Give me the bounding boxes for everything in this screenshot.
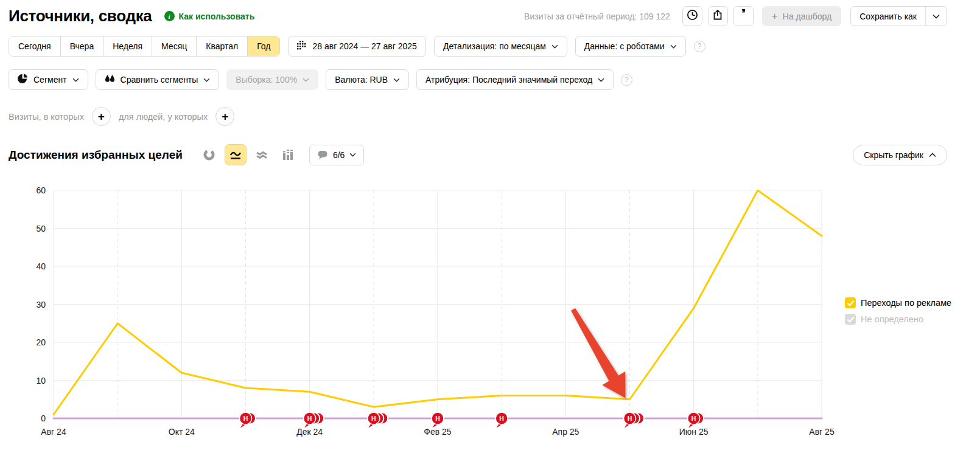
sampling-dropdown[interactable]: Выборка: 100% [226,69,318,90]
schedule-report-button[interactable] [682,6,702,26]
how-to-use-label: Как использовать [179,12,255,21]
checkbox-checked-icon[interactable] [845,297,856,308]
comment-marker-letter: Н [371,415,376,422]
detail-label: Детализация: по месяцам [443,41,546,51]
tab-year[interactable]: Год [248,36,279,56]
currency-dropdown[interactable]: Валюта: RUB [326,69,409,90]
plus-icon: + [222,110,228,123]
help-icon[interactable]: ? [621,74,632,86]
hide-chart-label: Скрыть график [864,150,923,160]
comment-marker[interactable]: Н [368,412,388,428]
chart-type-donut-button[interactable] [198,144,220,165]
comment-marker[interactable]: Н [688,412,704,428]
stacked-area-icon [256,150,268,160]
save-as-label: Сохранить как [851,7,925,26]
data-mode-label: Данные: с роботами [584,41,665,51]
pie-segment-icon [18,74,28,86]
donut-chart-icon [203,149,215,161]
x-axis-tick-label: Фев 25 [424,427,452,437]
date-range-button[interactable]: 28 авг 2024 — 27 авг 2025 [288,36,425,57]
chevron-down-icon [670,44,677,49]
chart-section-header: Достижения избранных целей 6/6 Скрыть гр… [9,144,947,165]
comment-marker-letter: Н [499,415,504,422]
info-icon: i [164,11,175,21]
chart-type-area-button[interactable] [251,144,273,165]
x-axis-tick-label: Апр 25 [552,427,579,437]
export-button[interactable] [708,6,728,26]
tab-month[interactable]: Месяц [152,36,197,56]
tab-yesterday[interactable]: Вчера [61,36,104,56]
page-title: Источники, сводка [9,7,152,26]
x-axis-tick-label: Авг 25 [809,427,835,437]
chevron-up-icon [929,153,936,157]
comment-marker-letter: Н [628,415,632,422]
dashboard-label: На дашборд [783,12,831,21]
hide-chart-button[interactable]: Скрыть график [853,145,947,165]
people-condition-label: для людей, у которых [119,112,208,122]
legend-label: Переходы по рекламе [861,298,951,308]
comment-marker[interactable]: Н [240,412,256,428]
add-to-dashboard-button[interactable]: + На дашборд [762,6,841,26]
chevron-down-icon [933,14,940,19]
compare-segments-dropdown[interactable]: Сравнить сегменты [96,69,220,90]
plus-icon: + [772,10,778,22]
x-axis-tick-label: Дек 24 [296,427,323,437]
speech-bubble-icon [317,150,328,160]
sampling-label: Выборка: 100% [236,75,297,85]
checkbox-checked-icon[interactable] [845,314,856,325]
x-axis-tick-label: Авг 24 [41,427,66,437]
data-mode-dropdown[interactable]: Данные: с роботами [575,36,686,57]
how-to-use-link[interactable]: i Как использовать [164,11,255,21]
chevron-down-icon [203,78,210,82]
calendar-icon [297,41,307,52]
chart-title: Достижения избранных целей [9,148,183,162]
plus-icon: + [98,110,105,123]
compare-segments-label: Сравнить сегменты [121,75,198,85]
visits-value: 109 122 [639,12,670,21]
goals-count: 6/6 [333,150,345,160]
comment-marker-letter: Н [691,415,696,422]
legend-item-ads[interactable]: Переходы по рекламе [845,297,951,308]
legend-item-undefined[interactable]: Не определено [845,314,951,325]
chart-type-columns-button[interactable] [277,144,299,165]
chevron-down-icon [72,78,79,82]
comment-marker-letter: Н [307,415,312,422]
column-chart-icon [282,150,293,160]
attribution-dropdown[interactable]: Атрибуция: Последний значимый переход [416,69,614,90]
comment-marker-letter: Н [243,415,248,422]
chevron-down-icon [349,153,356,157]
help-icon[interactable]: ? [694,41,705,52]
export-icon [712,9,723,23]
add-visit-condition-button[interactable]: + [92,107,111,126]
date-range-label: 28 авг 2024 — 27 авг 2025 [312,41,416,51]
y-axis-tick-label: 50 [36,224,46,234]
chart-type-line-button[interactable] [225,144,247,165]
y-axis-tick-label: 0 [41,413,46,423]
period-filter-row: Сегодня Вчера Неделя Месяц Квартал Год 2… [9,36,705,57]
segment-dropdown[interactable]: Сегмент [9,69,88,90]
detail-dropdown[interactable]: Детализация: по месяцам [434,36,567,57]
save-as-dropdown[interactable] [926,7,947,26]
save-as-button[interactable]: Сохранить как [850,6,947,26]
comment-marker[interactable]: Н [432,412,444,428]
tab-week[interactable]: Неделя [103,36,152,56]
tab-quarter[interactable]: Квартал [197,36,248,56]
chart-legend: Переходы по рекламе Не определено [845,297,951,325]
comment-marker[interactable]: Н [495,412,508,428]
tab-today[interactable]: Сегодня [9,36,61,56]
x-axis-tick-label: Июн 25 [679,427,709,437]
goals-selector-dropdown[interactable]: 6/6 [309,145,364,165]
comment-marker[interactable]: Н [624,412,645,428]
clock-icon [687,9,698,23]
annotation-arrow [571,308,625,398]
comment-marker[interactable]: Н [304,412,324,428]
header: Источники, сводка i Как использовать Виз… [9,5,947,27]
query-builder-row: Визиты, в которых + для людей, у которых… [9,107,234,126]
add-people-condition-button[interactable]: + [215,107,234,126]
comments-button[interactable]: ’’ [733,6,754,26]
chevron-down-icon [551,44,558,49]
x-axis-tick-label: Окт 24 [169,427,195,437]
y-axis-tick-label: 30 [36,300,46,310]
chart-type-toolbar: 6/6 [198,144,364,165]
segment-label: Сегмент [33,75,67,85]
